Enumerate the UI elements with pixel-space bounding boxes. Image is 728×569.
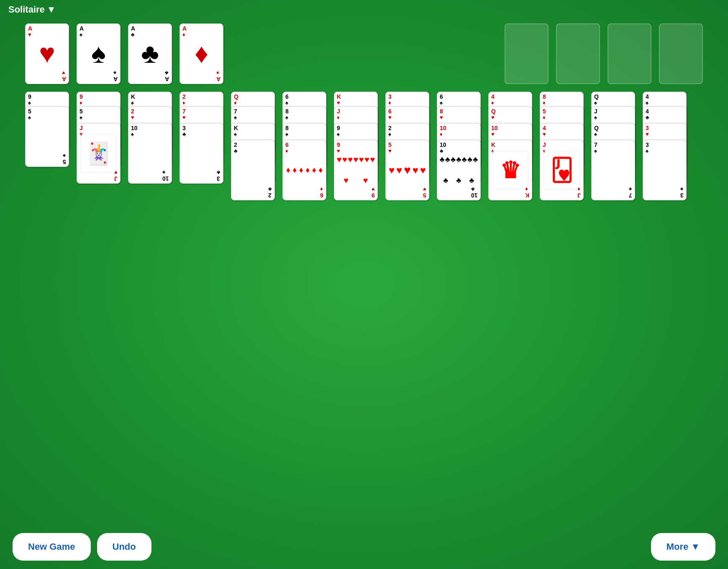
- freecell-3[interactable]: [608, 23, 651, 84]
- card-7s-2[interactable]: 7♠ 7♠: [591, 140, 635, 200]
- card-kd[interactable]: K♦ ♛ K♦: [488, 140, 532, 200]
- tableau-col-11: 8♦ 8♦ 5♦ 5♦ 4♥ 4♥ J♦ 🂻 J♦: [540, 92, 584, 230]
- bottom-bar: New Game Undo More ▼: [0, 533, 728, 561]
- card-jh[interactable]: J♥ 🃏 J♥: [77, 123, 120, 184]
- tableau-col-13: 4♠ 4♠ 4♣ 4♣ 3♥ 3♥ 3♠ 3♠: [643, 92, 687, 230]
- freecell-area: [505, 23, 703, 84]
- tableau-col-1: 9♠ ♠♠♠♠♠♠♠♠♠ 9♠ 5♠ 5♠: [25, 92, 69, 184]
- card-5s[interactable]: 5♠ 5♠: [25, 106, 69, 167]
- foundation-area: A ♥ ♥ A ♥ A ♠ ♠ A ♠: [25, 23, 223, 84]
- tableau-col-8: 3♦ 3♦ 6♥ 6♥ 2♠ 2♠ 5♥ ♥♥ ♥ ♥♥ 5♥: [385, 92, 429, 230]
- freecell-2[interactable]: [556, 23, 600, 84]
- bottom-buttons: New Game Undo: [13, 533, 151, 561]
- tableau-col-2: 9♦ 9♦ 5♠ 5♠ J♥ 🃏 J♥: [77, 92, 120, 213]
- card-3s[interactable]: 3♠ 3♠: [643, 140, 687, 200]
- card-9h[interactable]: 9♥ ♥♥ ♥♥ ♥♥ ♥♥ ♥ 9♥: [334, 140, 378, 200]
- tableau-col-4: 2♦ 2♦ 7♥ 7♥ 3♣ 3♣: [179, 92, 223, 213]
- more-label: More: [666, 541, 689, 552]
- tableau-col-7: K♥ K♥ J♦ J♦ 9♠ 9♠ 9♥ ♥♥ ♥♥ ♥♥ ♥♥ ♥: [334, 92, 378, 230]
- card-6d[interactable]: 6♦ ♦♦ ♦♦ ♦♦ 6♦: [282, 140, 326, 200]
- card-10s[interactable]: 10♠ 10♠: [128, 123, 172, 184]
- card-5h[interactable]: 5♥ ♥♥ ♥ ♥♥ 5♥: [385, 140, 429, 200]
- tableau-col-5: Q♦ Q♦ 7♠ 7♠ K♠ K♠ 2♣ 2♣: [231, 92, 275, 230]
- tableau-col-9: 6♠ 6♠ 8♥ 8♥ 10♦ 10♦ 10♣ ♣♣ ♣♣ ♣♣ ♣♣ ♣♣: [437, 92, 481, 230]
- header: Solitaire ▼: [0, 0, 728, 19]
- foundation-clubs[interactable]: A ♣ ♣ A ♣: [128, 23, 172, 84]
- tableau-col-12: Q♠ Q♠ J♠ J♠ Q♠ Q♠ 7♠ 7♠: [591, 92, 635, 230]
- tableau-col-10: 4♦ 4♦ Q♥ Q♥ 10♥ 10♥ K♦ ♛ K♦: [488, 92, 532, 230]
- card-2c[interactable]: 2♣ 2♣: [231, 140, 275, 200]
- freecell-1[interactable]: [505, 23, 549, 84]
- app-title[interactable]: Solitaire ▼: [8, 4, 56, 15]
- tableau: 9♠ ♠♠♠♠♠♠♠♠♠ 9♠ 5♠ 5♠ 9♦ 9♦ 5♠ 5♠ J♥ 🃏: [25, 92, 703, 230]
- tableau-col-3: K♠ K♠ 2♥ 2♥ 10♠ 10♠: [128, 92, 172, 213]
- undo-button[interactable]: Undo: [97, 533, 151, 561]
- game-area: A ♥ ♥ A ♥ A ♠ ♠ A ♠: [0, 19, 728, 234]
- tableau-col-6: 6♠ 6♠ 8♠ 8♠ 8♠ 8♠ 6♦ ♦♦ ♦♦ ♦♦ 6♦: [282, 92, 326, 230]
- more-button[interactable]: More ▼: [651, 533, 715, 561]
- foundation-diamonds[interactable]: A ♦ ♦ A ♦: [179, 23, 223, 84]
- card-jd-2[interactable]: J♦ 🂻 J♦: [540, 140, 584, 200]
- card-3c[interactable]: 3♣ 3♣: [179, 123, 223, 184]
- top-row: A ♥ ♥ A ♥ A ♠ ♠ A ♠: [25, 23, 703, 84]
- freecell-4[interactable]: [659, 23, 703, 84]
- card-10c[interactable]: 10♣ ♣♣ ♣♣ ♣♣ ♣♣ ♣♣ 10♣: [437, 140, 481, 200]
- foundation-hearts[interactable]: A ♥ ♥ A ♥: [25, 23, 69, 84]
- title-text: Solitaire: [8, 4, 45, 15]
- foundation-spades[interactable]: A ♠ ♠ A ♠: [77, 23, 120, 84]
- title-arrow: ▼: [47, 4, 56, 15]
- new-game-button[interactable]: New Game: [13, 533, 91, 561]
- more-arrow: ▼: [691, 541, 700, 552]
